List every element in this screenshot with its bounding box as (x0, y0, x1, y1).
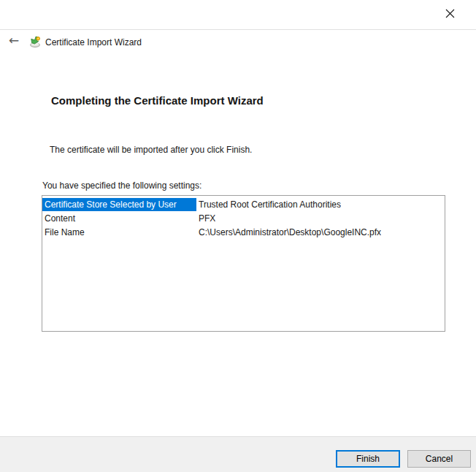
settings-list[interactable]: Certificate Store Selected by UserTruste… (42, 195, 445, 332)
settings-row[interactable]: File NameC:\Users\Administrator\Desktop\… (42, 225, 445, 239)
setting-name: File Name (42, 226, 196, 239)
title-bar (0, 0, 476, 30)
setting-value: Trusted Root Certification Authorities (196, 198, 341, 211)
close-button[interactable] (442, 5, 458, 21)
footer-bar: Finish Cancel (0, 436, 476, 472)
setting-value: C:\Users\Administrator\Desktop\GoogleINC… (196, 226, 381, 239)
back-button[interactable]: ← (4, 32, 23, 48)
cancel-button[interactable]: Cancel (407, 450, 471, 468)
settings-row[interactable]: ContentPFX (42, 211, 445, 225)
setting-name: Certificate Store Selected by User (42, 198, 196, 211)
description-text: The certificate will be imported after y… (50, 145, 252, 155)
page-heading: Completing the Certificate Import Wizard (51, 94, 264, 107)
certificate-wizard-icon (29, 36, 41, 47)
settings-row[interactable]: Certificate Store Selected by UserTruste… (42, 197, 445, 211)
wizard-title: Certificate Import Wizard (45, 37, 142, 47)
settings-label: You have specified the following setting… (42, 180, 201, 191)
setting-value: PFX (196, 212, 215, 225)
setting-name: Content (42, 212, 196, 225)
finish-button[interactable]: Finish (336, 450, 400, 468)
close-icon (445, 9, 455, 18)
